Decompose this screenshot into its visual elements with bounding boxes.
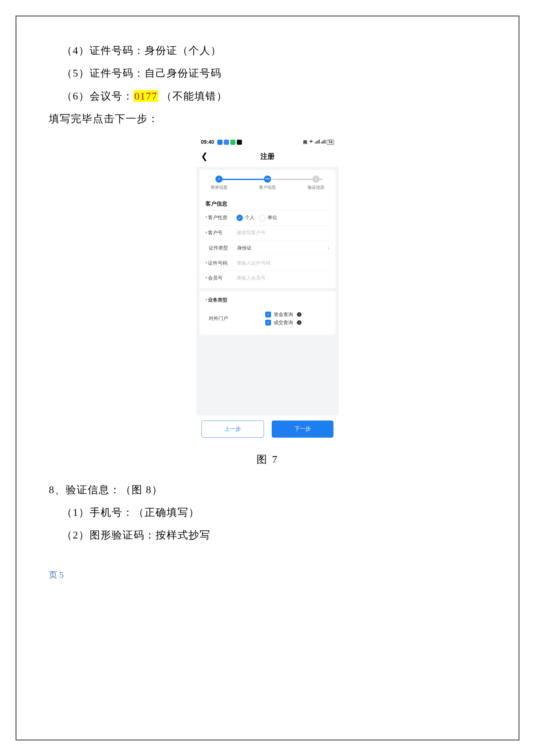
prev-button[interactable]: 上一步 [202,420,264,438]
radio-label: 个人 [245,215,255,221]
svg-rect-2 [318,140,318,144]
status-app-icon [217,140,223,145]
radio-personal[interactable]: ✓ 个人 [237,215,255,221]
figure-caption: 图 7 [49,452,486,467]
row-portal: 对外门户 ✓ 资金查询 i ✓ 成交查询 i [205,308,330,330]
next-button[interactable]: 下一步 [272,420,333,438]
nav-bar: ❮ 注册 [196,148,339,167]
radio-unchecked-icon [259,215,266,221]
radio-checked-icon: ✓ [237,215,243,221]
battery-indicator: 74 [327,140,334,145]
customer-info-card: 客户信息 * 客户性质 ✓ 个人 单位 * 客户号 [200,194,335,288]
svg-rect-5 [322,141,323,144]
status-time: 09:40 [201,139,214,145]
wifi-icon [309,140,314,145]
svg-rect-7 [325,140,325,144]
svg-rect-4 [321,142,322,144]
row-customer-no[interactable]: * 客户号 请填写客户号 [205,225,330,240]
checkbox-checked-icon: ✓ [265,311,271,317]
step-label: 登录信息 [211,185,227,190]
nav-title: 注册 [260,151,275,161]
status-app-icon [237,140,242,145]
label-customer-type: 客户性质 [208,215,237,221]
doc-line-4: （4）证件号码：身份证（个人） [62,39,486,62]
step-label: 验证信息 [308,185,324,190]
doc-line-8-1: （1）手机号：（正确填写） [62,501,486,524]
meeting-number-highlight: 0177 [134,90,158,102]
required-mark: * [205,260,207,266]
status-bar: 09:40 频 74 [196,137,339,148]
step-verify-info: 3 验证信息 [303,176,329,190]
required-mark: * [205,297,207,303]
status-carrier-text: 频 [303,139,307,145]
label-portal: 对外门户 [209,315,237,322]
check-icon: ✓ [215,176,223,183]
step-login-info: ✓ 登录信息 [206,176,232,190]
member-no-input[interactable]: 请输入会员号 [237,275,330,281]
id-no-input[interactable]: 请输入证件号码 [237,260,330,266]
required-mark: * [205,275,207,281]
step-number-icon: 3 [312,176,320,183]
required-mark: * [205,215,207,220]
row-id-type[interactable]: 证件类型 身份证 › [205,240,330,256]
checkbox-deal-query[interactable]: ✓ 成交查询 i [265,320,301,326]
status-app-icon [224,140,229,145]
radio-label: 单位 [268,215,277,221]
doc-line-6: （6）会议号：0177 （不能填错） [62,85,486,107]
svg-rect-0 [315,142,316,144]
row-member-no[interactable]: * 会员号 请输入会员号 [205,271,330,285]
doc-line-8-2: （2）图形验证码：按样式抄写 [62,524,486,546]
label-id-no: 证件号码 [208,260,237,266]
phone-screenshot: 09:40 频 74 ❮ 注册 [196,137,339,443]
chevron-right-icon: › [328,245,330,252]
step-indicator: ✓ 登录信息 ••• 客户信息 3 验证信息 [200,170,335,194]
status-app-icon [230,140,236,145]
step-customer-info: ••• 客户信息 [255,176,280,190]
checkbox-checked-icon: ✓ [265,320,271,325]
section-title-customer: 客户信息 [205,196,330,210]
button-bar: 上一步 下一步 [196,415,339,443]
radio-company[interactable]: 单位 [259,215,277,221]
svg-rect-3 [319,140,320,144]
business-type-card: * 业务类型 对外门户 ✓ 资金查询 i ✓ 成交查询 i [200,291,335,335]
customer-no-input[interactable]: 请填写客户号 [237,230,330,236]
row-customer-type: * 客户性质 ✓ 个人 单位 [205,210,330,225]
checkbox-label: 成交查询 [274,320,293,326]
required-mark: * [205,230,207,236]
label-id-type: 证件类型 [209,245,237,251]
doc-line-6-prefix: （6）会议号： [62,90,134,102]
step-label: 客户信息 [259,185,276,190]
checkbox-fund-query[interactable]: ✓ 资金查询 i [265,311,301,318]
svg-rect-6 [324,140,324,144]
label-member-no: 会员号 [208,275,237,281]
doc-line-6-suffix: （不能填错） [158,90,227,102]
doc-line-5: （5）证件号码：自己身份证号码 [62,62,486,84]
signal-icon [315,140,320,145]
id-type-value: 身份证 [237,245,252,251]
signal-icon [321,140,325,145]
section-title-biz: 业务类型 [208,297,237,303]
doc-line-nextstep: 填写完毕点击下一步： [49,107,486,130]
row-id-no[interactable]: * 证件号码 请输入证件号码 [205,256,330,271]
doc-line-8: 8、验证信息：（图 8） [49,478,486,501]
label-customer-no: 客户号 [208,230,237,236]
dots-icon: ••• [264,176,271,183]
page-number: 页 5 [49,569,486,580]
svg-rect-1 [316,141,317,144]
checkbox-label: 资金查询 [274,311,293,318]
info-icon[interactable]: i [297,312,301,317]
info-icon[interactable]: i [297,320,301,325]
back-icon[interactable]: ❮ [201,151,208,161]
